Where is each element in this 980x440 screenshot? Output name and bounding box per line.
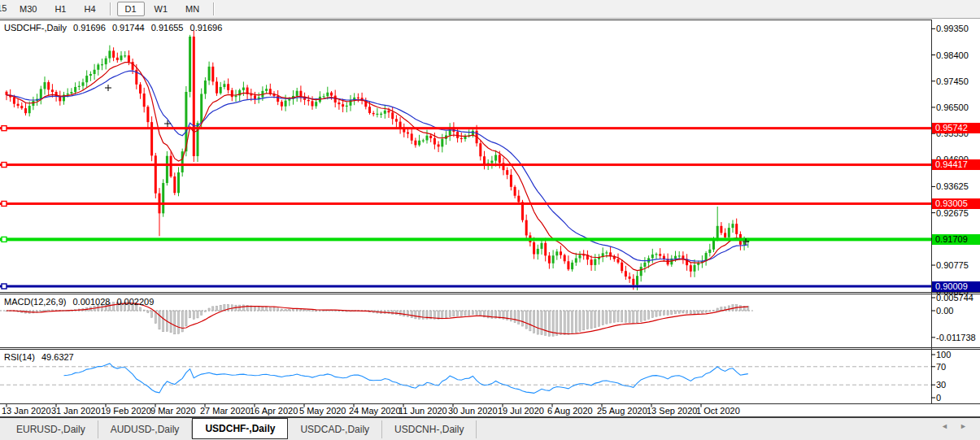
tab-eurusd-daily[interactable]: EURUSD-,Daily [4, 420, 98, 438]
tab-audusd-daily[interactable]: AUDUSD-,Daily [98, 420, 193, 438]
price-tick-label: 0.96500 [936, 102, 969, 112]
price-tick-label: 0.92675 [936, 208, 969, 218]
timeframe-button-m15[interactable]: M15 [0, 2, 9, 15]
date-tick-label: 27 Mar 2020 [200, 406, 250, 416]
price-tick-label: 0.93625 [936, 181, 969, 191]
date-tick-label: 5 May 2020 [299, 406, 346, 416]
chart-title-line: USDCHF-,Daily 0.91696 0.91744 0.91655 0.… [4, 23, 226, 33]
date-tick-label: 19 Jul 2020 [498, 406, 544, 416]
rsi-axis-label: 30 [936, 380, 946, 390]
date-tick-label: 24 May 2020 [349, 406, 401, 416]
tab-scroll-left-icon[interactable]: ◄ [941, 422, 948, 430]
macd-label-line: MACD(12,26,9) 0.001028 0.002209 [4, 297, 158, 307]
price-level-badge-0.95742: 0.95742 [932, 123, 980, 133]
date-tick-label: 1 Oct 2020 [696, 406, 740, 416]
date-tick-label: 16 Apr 2020 [250, 406, 298, 416]
tab-usdcnh-daily[interactable]: USDCNH-,Daily [382, 420, 477, 438]
rsi-axis-label: 100 [936, 350, 951, 359]
date-tick-label: 9 Mar 2020 [150, 406, 196, 416]
ohlc-close: 0.91696 [190, 23, 223, 33]
price-tick-label: 0.97450 [936, 76, 969, 86]
date-tick-label: 13 Sep 2020 [647, 406, 697, 416]
rsi-value: 49.6327 [41, 352, 74, 362]
tab-usdchf-daily[interactable]: USDCHF-,Daily [192, 418, 288, 439]
price-tick-label: 0.90775 [936, 260, 969, 270]
rsi-axis-label: 0 [936, 393, 941, 403]
price-level-badge-0.91709: 0.91709 [932, 234, 980, 245]
toolbar-separator [110, 2, 111, 15]
terminal-window: M15M30H1H4D1W1MN USDCHF-,Daily 0.91696 0… [0, 0, 980, 440]
toolbar-separator [213, 2, 215, 15]
main-chart-pane[interactable] [0, 20, 931, 292]
rsi-label: RSI(14) [4, 352, 35, 362]
macd-signal-value: 0.002209 [116, 297, 154, 307]
date-tick-label: 11 Jun 2020 [399, 406, 447, 416]
ohlc-high: 0.91744 [112, 23, 145, 33]
rsi-label-line: RSI(14) 49.6327 [4, 352, 78, 362]
price-level-badge-0.90009: 0.90009 [932, 281, 980, 292]
macd-value: 0.001028 [72, 297, 110, 307]
date-tick-label: 13 Jan 2020 [2, 406, 51, 416]
rsi-axis-label: 70 [936, 362, 946, 372]
timeframe-button-label: M15 [0, 3, 7, 13]
ohlc-low: 0.91655 [151, 23, 184, 33]
symbol-title: USDCHF-,Daily [4, 23, 67, 33]
price-level-badge-0.94417: 0.94417 [932, 159, 980, 170]
price-tick-label: 0.98400 [936, 50, 969, 60]
date-tick-label: 6 Aug 2020 [547, 406, 593, 416]
macd-axis-label: -0.011738 [936, 333, 976, 342]
date-tick-label: 25 Aug 2020 [597, 406, 647, 416]
timeframe-button-d1[interactable]: D1 [117, 2, 145, 16]
date-tick-label: 30 Jun 2020 [448, 406, 498, 416]
timeframe-button-h4[interactable]: H4 [76, 2, 103, 16]
timeframe-button-w1[interactable]: W1 [146, 2, 176, 16]
macd-axis-label: 0.005744 [936, 293, 973, 303]
timeframe-button-m30[interactable]: M30 [11, 2, 45, 16]
symbol-tab-bar: EURUSD-,DailyAUDUSD-,DailyUSDCHF-,DailyU… [0, 416, 980, 440]
rsi-pane[interactable] [0, 350, 931, 403]
timeframe-button-mn[interactable]: MN [177, 2, 207, 16]
tab-scroll-right-icon[interactable]: ► [960, 422, 967, 430]
ohlc-open: 0.91696 [73, 23, 106, 33]
macd-label: MACD(12,26,9) [4, 297, 66, 307]
timeframe-toolbar: M15M30H1H4D1W1MN [0, 0, 980, 19]
date-tick-label: 31 Jan 2020 [51, 406, 101, 416]
price-level-badge-0.93005: 0.93005 [932, 198, 980, 209]
date-tick-label: 19 Feb 2020 [101, 406, 151, 416]
tab-usdcad-daily[interactable]: USDCAD-,Daily [288, 420, 382, 438]
price-tick-label: 0.99350 [936, 24, 969, 33]
timeframe-button-h1[interactable]: H1 [46, 2, 74, 16]
macd-axis-label: 0.00 [936, 306, 953, 316]
